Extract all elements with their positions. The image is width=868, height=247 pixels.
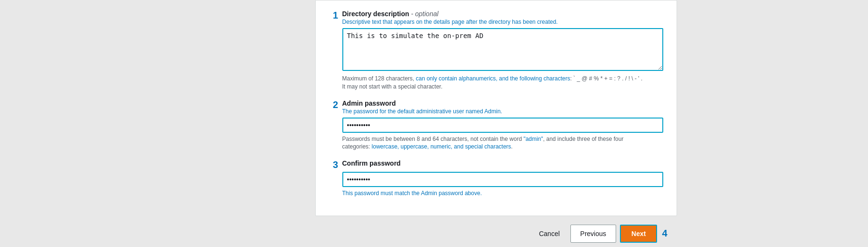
step-2-content: Admin password The password for the defa… — [342, 99, 663, 151]
step-4-number: 4 — [662, 228, 667, 239]
step-1-content: Directory description - optional Descrip… — [342, 10, 663, 91]
admin-password-input[interactable] — [342, 118, 663, 133]
step-3-number: 3 — [329, 159, 342, 170]
action-area: Cancel Previous Next 4 — [172, 225, 696, 243]
previous-button[interactable]: Previous — [570, 225, 616, 243]
step-1-row: 1 Directory description - optional Descr… — [329, 10, 663, 91]
directory-description-input[interactable]: This is to simulate the on-prem AD — [342, 28, 663, 71]
confirm-password-label: Confirm password — [342, 159, 663, 167]
step-2-number: 2 — [329, 99, 342, 110]
directory-description-label: Directory description - optional — [342, 10, 663, 18]
directory-description-char-hint: Maximum of 128 characters, can only cont… — [342, 75, 663, 91]
confirm-password-hint: This password must match the Admin passw… — [342, 189, 663, 198]
cancel-button[interactable]: Cancel — [534, 227, 565, 240]
page-wrapper: 1 Directory description - optional Descr… — [0, 0, 868, 247]
admin-password-label: Admin password — [342, 99, 663, 107]
step-1-number: 1 — [329, 10, 342, 21]
admin-password-hint: Passwords must be between 8 and 64 chara… — [342, 135, 663, 151]
step-2-row: 2 Admin password The password for the de… — [329, 99, 663, 151]
confirm-password-input[interactable] — [342, 172, 663, 187]
step-3-row: 3 Confirm password This password must ma… — [329, 159, 663, 198]
form-container: 1 Directory description - optional Descr… — [315, 0, 677, 216]
optional-text: - optional — [411, 10, 439, 18]
directory-description-hint: Descriptive text that appears on the det… — [342, 19, 663, 25]
admin-password-description: The password for the default administrat… — [342, 108, 663, 115]
step-3-content: Confirm password This password must matc… — [342, 159, 663, 198]
next-button[interactable]: Next — [620, 225, 657, 243]
